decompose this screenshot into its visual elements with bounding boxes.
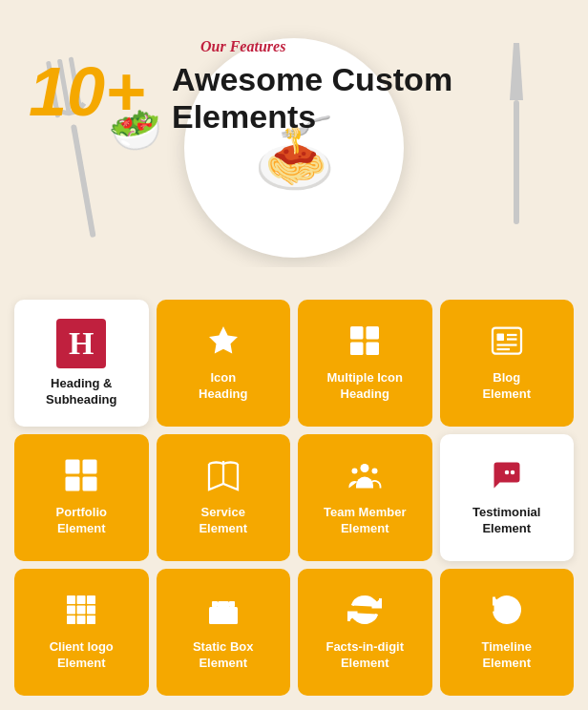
grid9-icon (64, 593, 98, 632)
svg-rect-35 (226, 607, 238, 624)
card-icon-heading[interactable]: IconHeading (157, 300, 291, 427)
svg-rect-30 (67, 616, 75, 624)
headline-row: 10+ Awesome Custom Elements (29, 57, 559, 136)
svg-rect-32 (87, 616, 95, 624)
svg-rect-6 (367, 326, 380, 340)
svg-rect-27 (67, 606, 75, 615)
team-icon (347, 458, 382, 497)
svg-rect-5 (350, 326, 364, 340)
svg-rect-25 (77, 595, 86, 604)
card-timeline-element[interactable]: TimelineElement (440, 569, 575, 696)
blog-icon (490, 324, 524, 363)
svg-rect-28 (77, 606, 86, 615)
card-label-static-box-element: Static BoxElement (193, 639, 254, 672)
svg-point-23 (505, 470, 510, 475)
svg-rect-18 (83, 477, 97, 491)
book-icon (206, 458, 241, 497)
card-label-team-member-element: Team MemberElement (324, 505, 406, 537)
svg-rect-24 (67, 595, 75, 604)
portfolio-icon (64, 458, 98, 497)
ten-plus-number: 10+ (29, 57, 162, 126)
h-letter-icon: H (56, 319, 106, 368)
svg-rect-36 (212, 601, 218, 607)
svg-rect-29 (87, 606, 95, 615)
card-portfolio-element[interactable]: PortfolioElement (14, 434, 149, 561)
svg-rect-26 (87, 595, 95, 604)
refresh-icon (347, 593, 382, 632)
history-icon (490, 593, 524, 632)
card-heading-subheading[interactable]: H Heading &Subheading (14, 300, 149, 427)
svg-rect-7 (350, 343, 364, 356)
card-label-portfolio-element: PortfolioElement (56, 505, 107, 537)
svg-point-21 (372, 469, 378, 474)
card-label-blog-element: BlogElement (482, 370, 531, 403)
card-client-logo-element[interactable]: Client logoElement (14, 569, 149, 696)
card-label-icon-heading: IconHeading (199, 370, 247, 403)
card-testimonial-element[interactable]: TestimonialElement (440, 434, 575, 561)
grid4-icon (347, 324, 382, 363)
card-facts-in-digit-element[interactable]: Facts-in-digitElement (298, 569, 432, 696)
awesome-text: Awesome Custom Elements (172, 57, 452, 136)
svg-rect-8 (367, 343, 380, 356)
svg-rect-15 (66, 460, 80, 474)
card-label-facts-in-digit-element: Facts-in-digitElement (326, 639, 404, 672)
card-label-client-logo-element: Client logoElement (50, 639, 114, 672)
card-label-multiple-icon-heading: Multiple IconHeading (327, 370, 403, 403)
svg-point-22 (511, 470, 515, 475)
staticbox-icon (206, 593, 241, 632)
our-features-label: Our Features (200, 38, 559, 55)
svg-rect-37 (229, 601, 235, 607)
star-icon (206, 324, 241, 363)
card-label-timeline-element: TimelineElement (481, 639, 532, 672)
card-label-service-element: ServiceElement (199, 505, 247, 537)
header-area: Our Features 10+ Awesome Custom Elements (0, 19, 588, 136)
svg-rect-10 (496, 334, 504, 342)
card-label-heading-subheading: Heading &Subheading (46, 376, 116, 408)
svg-point-19 (361, 464, 369, 472)
svg-rect-0 (71, 124, 96, 238)
card-label-testimonial-element: TestimonialElement (472, 505, 540, 537)
card-multiple-icon-heading[interactable]: Multiple IconHeading (298, 300, 432, 427)
card-static-box-element[interactable]: Static BoxElement (157, 569, 291, 696)
elements-grid: H Heading &Subheading IconHeading Multip… (14, 300, 574, 710)
chat-icon (490, 458, 524, 497)
card-service-element[interactable]: ServiceElement (157, 434, 291, 561)
svg-point-20 (352, 469, 358, 474)
card-blog-element[interactable]: BlogElement (440, 300, 575, 427)
svg-rect-16 (83, 460, 97, 474)
svg-rect-31 (77, 616, 86, 624)
svg-rect-17 (66, 477, 80, 491)
card-team-member-element[interactable]: Team MemberElement (298, 434, 432, 561)
